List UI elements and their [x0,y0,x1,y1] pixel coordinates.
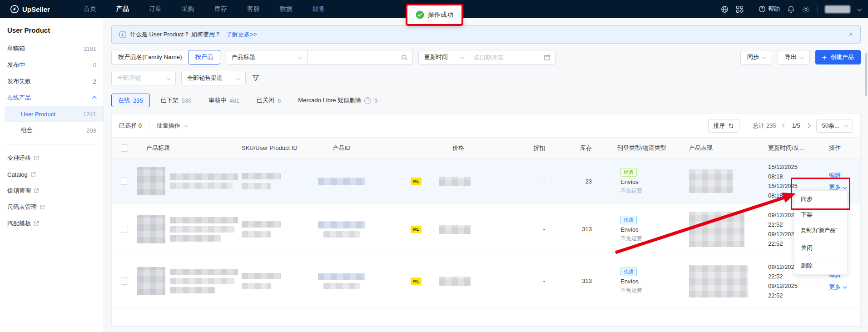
tab-in-review[interactable]: 审核中461 [202,94,246,107]
row-checkbox[interactable] [121,226,128,233]
filter-row-primary: 按产品名(Family Name) 按产品 产品标题 更新时间 [111,50,861,64]
price-cell: ML [378,277,473,286]
menu-item-delist[interactable]: 下架 [794,207,847,223]
help-label: 帮助 [768,5,780,13]
table-toolbar: 已选择 0 批量操作 排序 总计 235 1/5 [112,114,860,138]
toolbar-right: 排序 总计 235 1/5 50条... [708,119,853,133]
page-scrollbar-thumb[interactable] [865,53,867,96]
mode-family-name-button[interactable]: 按产品名(Family Name) [111,50,189,64]
external-link-icon [34,155,39,161]
divider [794,257,847,257]
product-id-cell [305,221,378,238]
sidebar-item-publish-failed[interactable]: 发布失败 2 [0,73,104,89]
sidebar-link-auto-parts-template[interactable]: 汽配模板 [0,215,104,232]
logistics-type: Envíos [620,178,639,185]
menu-item-sync[interactable]: 同步 [794,192,847,207]
sidebar-item-user-product[interactable]: User Product 1241 [5,106,104,122]
sidebar-item-combo[interactable]: 组合 208 [5,122,104,139]
globe-icon[interactable] [721,5,729,13]
calendar-icon[interactable] [544,54,551,61]
select-all-checkbox[interactable] [121,144,128,152]
nav-inventory[interactable]: 库存 [204,5,237,13]
channel-select[interactable]: 全部销售渠道 [181,71,246,85]
banner-close-icon[interactable]: × [849,30,853,39]
nav-finance[interactable]: 财务 [303,5,335,13]
header-actions: 操作 [823,144,860,152]
menu-item-copy-as-new[interactable]: 复制为"新产品" [794,223,847,238]
tab-delisted[interactable]: 已下架530 [154,94,198,107]
nav-home[interactable]: 首页 [74,5,106,13]
create-product-button[interactable]: +创建产品 [815,50,861,64]
sidebar-item-online-products[interactable]: 在线产品 [0,89,104,106]
time-field-select[interactable]: 更新时间 [418,50,469,64]
row-checkbox[interactable] [121,178,128,185]
brand-logo[interactable]: UpSeller [10,5,50,14]
sync-button[interactable]: 同步 [740,50,773,64]
apps-grid-icon[interactable] [736,5,744,13]
sidebar-link-variant-migration[interactable]: 变种迁移 [0,150,104,166]
listing-type-cell: 经典 Envíos 不免运费 [595,168,682,195]
price-cell: ML [378,177,473,186]
sidebar-item-drafts[interactable]: 草稿箱 1191 [0,40,104,57]
mode-product-button[interactable]: 按产品 [188,50,220,64]
search-field-select[interactable]: 产品标题 [226,50,308,64]
count-badge: 208 [86,127,96,134]
next-page-button[interactable] [807,124,810,127]
export-button[interactable]: 导出 [778,50,810,64]
primary-actions: 同步 导出 +创建产品 [740,50,861,64]
shop-select[interactable]: 全部店铺 [111,71,176,85]
selected-label: 已选择 [119,122,137,130]
row-checkbox[interactable] [121,277,128,285]
batch-actions-button[interactable]: 批量操作 [157,122,187,130]
more-link[interactable]: 更多 [829,283,860,291]
sidebar-item-publishing[interactable]: 发布中 0 [0,57,104,73]
more-actions-dropdown: 同步 下架 复制为"新产品" 关闭 删除 [794,190,848,275]
date-input-wrap [469,50,556,64]
prev-page-button[interactable] [783,124,786,127]
nav-purchasing[interactable]: 采购 [172,5,204,13]
sidebar-link-size-chart[interactable]: 尺码表管理 [0,199,104,215]
mercadolibre-badge: ML [411,178,422,185]
chevron-down-icon [843,123,848,128]
bell-icon[interactable] [787,5,795,13]
divider [751,5,751,13]
user-account-blurred[interactable] [825,5,850,13]
product-cell [137,215,242,243]
page-indicator: 1/5 [792,122,800,129]
logistics-type: Envíos [620,278,639,285]
header-listing-type: 刊登类型/物流类型 [595,144,682,152]
sidebar-link-promotions[interactable]: 促销管理 [0,183,104,199]
nav-orders[interactable]: 订单 [139,5,172,13]
page-size-select[interactable]: 50条... [816,119,853,133]
sort-icon [728,123,734,129]
gear-icon[interactable] [802,5,810,13]
learn-more-link[interactable]: 了解更多>> [226,30,257,39]
menu-item-close[interactable]: 关闭 [794,240,847,256]
table-row: ML - 23 经典 Envíos 不免运费 15/12/202508:18 [112,159,860,204]
divider [149,122,149,129]
tab-ml-suspected-deleted[interactable]: Mercado Libre 疑似删除 ? 9 [292,94,384,107]
menu-item-delete[interactable]: 删除 [794,258,847,273]
sidebar: User Product 草稿箱 1191 发布中 0 发布失败 2 在线产品 … [0,18,104,332]
performance-cell [682,212,768,247]
help-button[interactable]: 帮助 [759,5,780,13]
filter-funnel-icon[interactable] [252,74,259,82]
divider [7,144,96,144]
user-menu-chevron-icon[interactable] [857,6,862,11]
date-input[interactable] [474,54,544,61]
search-icon[interactable] [401,54,408,61]
search-input[interactable] [312,54,401,61]
sidebar-link-catalog[interactable]: Catalog [0,166,104,183]
sort-button[interactable]: 排序 [708,119,739,133]
date-filter-combo: 更新时间 [418,50,556,64]
edit-link[interactable]: 编辑 [829,171,860,179]
nav-products[interactable]: 产品 [106,5,139,13]
chevron-up-icon [92,96,97,100]
listing-type-cell: 优质 Envíos 不免运费 [595,216,682,243]
main-nav: 首页 产品 订单 采购 库存 客服 数据 财务 [74,5,335,13]
tab-online[interactable]: 在线235 [111,94,150,107]
nav-data[interactable]: 数据 [270,5,303,13]
chevron-down-icon [298,55,303,59]
tab-closed[interactable]: 已关闭6 [250,94,287,107]
nav-service[interactable]: 客服 [237,5,270,13]
